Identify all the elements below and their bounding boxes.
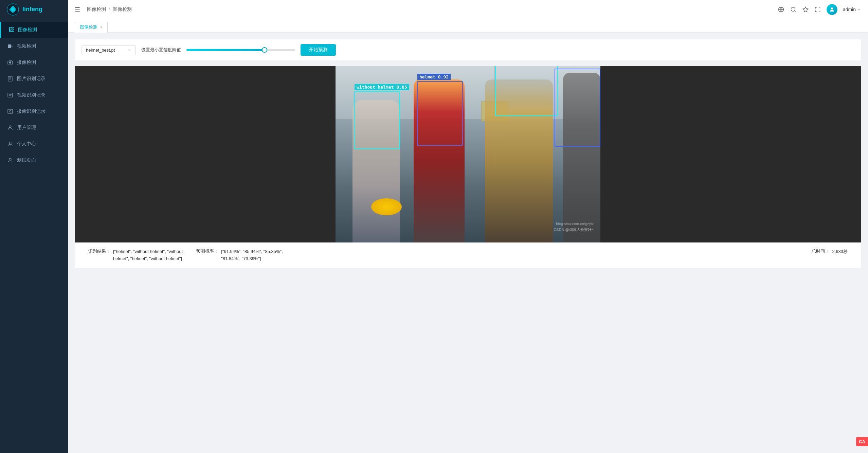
menu-icon[interactable]: ☰ bbox=[75, 6, 80, 13]
breadcrumb-separator: / bbox=[109, 7, 110, 12]
sidebar-item-label: 图像检测 bbox=[18, 27, 37, 33]
helmet-carried bbox=[371, 198, 402, 215]
svg-marker-3 bbox=[12, 45, 13, 47]
svg-rect-12 bbox=[8, 109, 13, 113]
scene-inner: without helmet 0.85 helmet 0.92 without … bbox=[336, 66, 600, 242]
probability-value: ["91.94%", "85.94%", "85.35%","81.84%", … bbox=[221, 248, 283, 262]
svg-point-16 bbox=[9, 158, 11, 160]
detection-box-2: helmet 0.92 bbox=[417, 81, 463, 146]
sidebar-item-label: 测试页面 bbox=[17, 157, 36, 163]
sidebar-item-camera-records[interactable]: 摄像识别记录 bbox=[0, 103, 68, 120]
threshold-label: 设置最小置信度阈值 bbox=[141, 47, 181, 53]
sidebar-item-user-mgmt[interactable]: 用户管理 bbox=[0, 120, 68, 136]
result-probability: 预测概率： ["91.94%", "85.94%", "85.35%","81.… bbox=[196, 248, 283, 262]
svg-point-14 bbox=[9, 126, 11, 128]
user-mgmt-icon bbox=[7, 124, 14, 131]
detection-scene: without helmet 0.85 helmet 0.92 without … bbox=[75, 66, 861, 242]
detection-box-4 bbox=[555, 69, 600, 147]
probability-label: 预测概率： bbox=[196, 248, 218, 254]
sidebar: linfeng 🖼 图像检测 视频检测 摄像检测 图片识别记录 bbox=[0, 0, 68, 453]
video-detect-icon bbox=[7, 43, 14, 50]
search-icon[interactable] bbox=[790, 6, 797, 13]
header-right: admin bbox=[778, 4, 861, 15]
sidebar-item-label: 个人中心 bbox=[17, 141, 36, 147]
test-page-icon bbox=[7, 157, 14, 164]
sidebar-nav: 🖼 图像检测 视频检测 摄像检测 图片识别记录 视频识别记录 bbox=[0, 19, 68, 453]
time-value: 2.633秒 bbox=[832, 248, 848, 255]
slider-fill bbox=[186, 49, 265, 51]
detection-label-2: helmet 0.92 bbox=[417, 74, 451, 80]
svg-rect-9 bbox=[8, 93, 13, 97]
svg-rect-2 bbox=[8, 44, 11, 48]
model-value: helmet_best.pt bbox=[86, 48, 115, 53]
sidebar-item-video-detect[interactable]: 视频检测 bbox=[0, 38, 68, 54]
sidebar-logo: linfeng bbox=[0, 0, 68, 19]
slider-track bbox=[186, 49, 295, 51]
tab-image-detect[interactable]: 图像检测 × bbox=[75, 22, 108, 33]
sidebar-item-test-page[interactable]: 测试页面 bbox=[0, 152, 68, 168]
tab-bar: 图像检测 × bbox=[68, 19, 868, 33]
watermark: blog.sina.com.cn/gzyix CSDN @烟波人长安吁~ bbox=[554, 222, 594, 232]
translate-icon[interactable] bbox=[778, 6, 784, 13]
watermark-line2: CSDN @烟波人长安吁~ bbox=[554, 227, 594, 232]
detection-box-1: without helmet 0.85 bbox=[354, 91, 400, 149]
watermark-line1: blog.sina.com.cn/gzyix bbox=[554, 222, 594, 226]
sidebar-item-label: 视频识别记录 bbox=[17, 92, 46, 98]
image-container: without helmet 0.85 helmet 0.92 without … bbox=[75, 66, 861, 268]
sidebar-item-label: 摄像检测 bbox=[17, 59, 36, 66]
app-name: linfeng bbox=[22, 6, 42, 13]
svg-marker-18 bbox=[803, 7, 808, 12]
model-selector[interactable]: helmet_best.pt bbox=[82, 45, 136, 55]
camera-records-icon bbox=[7, 108, 14, 115]
avatar[interactable] bbox=[827, 4, 837, 15]
result-time: 总时间： 2.633秒 bbox=[812, 248, 848, 255]
toolbar: helmet_best.pt 设置最小置信度阈值 开始预测 bbox=[75, 39, 861, 60]
personal-center-icon bbox=[7, 141, 14, 147]
main-area: ☰ 图像检测 / 图像检测 admin bbox=[68, 0, 868, 453]
video-records-icon bbox=[7, 92, 14, 98]
svg-point-15 bbox=[9, 142, 11, 144]
tab-close-button[interactable]: × bbox=[100, 25, 103, 30]
svg-point-17 bbox=[791, 7, 795, 11]
detection-box-3: without helmet 0.86 bbox=[495, 66, 558, 116]
header: ☰ 图像检测 / 图像检测 admin bbox=[68, 0, 868, 19]
detection-label-1: without helmet 0.85 bbox=[355, 84, 409, 90]
result-recognition: 识别结果： ["helmet", "without helmet", "with… bbox=[88, 248, 183, 262]
camera-detect-icon bbox=[7, 59, 14, 66]
svg-point-13 bbox=[10, 111, 11, 112]
svg-point-1 bbox=[11, 8, 15, 11]
sidebar-item-personal-center[interactable]: 个人中心 bbox=[0, 136, 68, 152]
sidebar-item-label: 摄像识别记录 bbox=[17, 108, 46, 114]
username-display[interactable]: admin bbox=[843, 7, 861, 12]
start-predict-button[interactable]: 开始预测 bbox=[301, 44, 336, 56]
recognition-value: ["helmet", "without helmet", "withouthel… bbox=[113, 248, 183, 262]
breadcrumb-2: 图像检测 bbox=[113, 6, 132, 13]
svg-point-4 bbox=[9, 61, 11, 64]
content-area: helmet_best.pt 设置最小置信度阈值 开始预测 bbox=[68, 33, 868, 453]
star-icon[interactable] bbox=[802, 6, 809, 13]
sidebar-item-image-records[interactable]: 图片识别记录 bbox=[0, 71, 68, 87]
image-detect-icon: 🖼 bbox=[8, 26, 15, 33]
sidebar-item-image-detect[interactable]: 🖼 图像检测 bbox=[0, 22, 68, 38]
slider-thumb[interactable] bbox=[262, 47, 267, 53]
header-left: ☰ 图像检测 / 图像检测 bbox=[75, 6, 132, 13]
logo-icon bbox=[7, 3, 19, 16]
ca-badge: CA bbox=[856, 437, 868, 446]
sidebar-item-camera-detect[interactable]: 摄像检测 bbox=[0, 54, 68, 71]
sidebar-item-label: 视频检测 bbox=[17, 43, 36, 49]
sidebar-item-video-records[interactable]: 视频识别记录 bbox=[0, 87, 68, 103]
breadcrumb-1: 图像检测 bbox=[87, 6, 106, 13]
results-bar: 识别结果： ["helmet", "without helmet", "with… bbox=[75, 242, 861, 268]
svg-point-19 bbox=[831, 7, 833, 10]
time-label: 总时间： bbox=[812, 248, 829, 254]
fullscreen-icon[interactable] bbox=[814, 6, 821, 13]
sidebar-item-label: 用户管理 bbox=[17, 125, 36, 131]
threshold-slider[interactable] bbox=[186, 47, 295, 53]
sidebar-item-label: 图片识别记录 bbox=[17, 76, 46, 82]
recognition-label: 识别结果： bbox=[88, 248, 110, 254]
image-records-icon bbox=[7, 75, 14, 82]
tab-label: 图像检测 bbox=[80, 24, 97, 30]
